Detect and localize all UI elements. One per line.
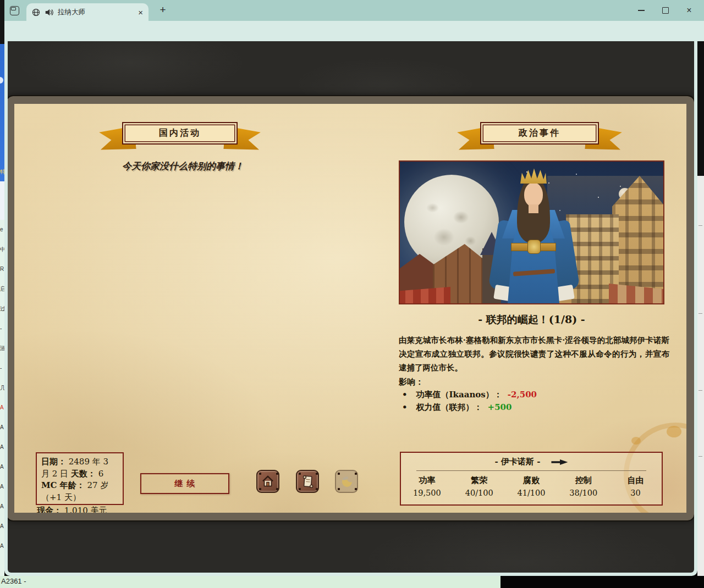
date-label: 日期： <box>41 457 66 467</box>
effect-item: 权力值（联邦）： +500 <box>399 402 512 413</box>
stats-row: 功率 19,500 繁荣 40/100 腐败 41/100 控制 <box>401 475 662 497</box>
window-maximize-button[interactable] <box>657 0 674 21</box>
age-label: MC 年龄： <box>41 480 85 490</box>
banner-title: 国内活动 <box>122 122 238 145</box>
stat-label: 繁荣 <box>453 475 505 486</box>
stat-prosperity: 繁荣 40/100 <box>453 475 505 497</box>
browser-tab[interactable]: 拉纳大师 × <box>26 3 148 21</box>
bg-char: A <box>0 418 4 437</box>
neck <box>529 204 538 213</box>
stat-value: 19,500 <box>401 489 453 497</box>
background-right-strip-toolbar <box>697 21 704 41</box>
cash-value: 1,010 美元 <box>64 506 107 513</box>
bg-char: e <box>0 220 4 240</box>
stat-value: 41/100 <box>505 489 558 497</box>
stat-value: 30 <box>609 489 662 497</box>
cash-label: 现金： <box>37 506 62 513</box>
background-window-left-strip: 特 e 中 R 启 过 - 游 - 几 A A A A A A A A <box>0 0 4 588</box>
stat-label: 功率 <box>401 475 453 486</box>
bg-char: A <box>0 497 4 517</box>
banner-title: 政治事件 <box>480 122 599 145</box>
bg-char: 游 <box>0 339 4 358</box>
parchment-frame: 国内活动 今天你家没什么特别的事情！ 日期： 2489 年 3 月 2 日 天数… <box>8 96 694 520</box>
audio-playing-icon[interactable] <box>45 8 53 16</box>
next-city-arrow-icon[interactable] <box>551 459 568 465</box>
stat-control: 控制 38/100 <box>557 475 609 497</box>
queen-face <box>524 182 543 207</box>
moon-icon <box>340 475 353 488</box>
background-window-bottom-strip: A2361 - <box>0 576 501 588</box>
bg-char: 启 <box>0 279 4 299</box>
divider <box>416 470 646 471</box>
background-file-list-strip: e 中 R 启 过 - 游 - 几 A A A A A A A A <box>0 220 4 576</box>
background-logo-fragment <box>0 77 3 84</box>
event-title: - 联邦的崛起！(1/8) - <box>399 313 664 327</box>
effect-value-positive: +500 <box>488 402 512 412</box>
bg-char: A <box>0 536 4 556</box>
tab-close-icon[interactable]: × <box>138 8 143 16</box>
tab-actions-menu-icon[interactable] <box>10 6 19 15</box>
new-tab-button[interactable]: + <box>156 4 169 16</box>
stat-corruption: 腐败 41/100 <box>505 475 558 497</box>
bg-char: - <box>0 358 4 378</box>
crown-icon <box>520 168 547 184</box>
background-right-strip-dark <box>697 41 704 176</box>
effect-value-negative: -2,500 <box>508 390 537 400</box>
background-black-segment <box>501 576 704 588</box>
tab-bar: 拉纳大师 × + × <box>4 0 697 21</box>
bg-char: R <box>0 259 4 279</box>
background-light-segment <box>0 181 4 220</box>
bg-char: 过 <box>0 299 4 319</box>
continue-button[interactable]: 继续 <box>140 473 229 494</box>
house-icon <box>261 475 274 488</box>
background-right-strip-light <box>697 176 704 576</box>
background-filename-text: A2361 - <box>1 577 26 585</box>
city-stats-box: - 伊卡诺斯 - 功率 19,500 繁荣 40/100 腐败 <box>400 452 663 506</box>
bg-char: A <box>0 437 4 457</box>
parchment-panel: 国内活动 今天你家没什么特别的事情！ 日期： 2489 年 3 月 2 日 天数… <box>14 104 686 513</box>
bg-char: - <box>0 319 4 339</box>
browser-window: 拉纳大师 × + × ← ↻ ⌂ i 文件 E:/BaiduNetdiskDow… <box>4 0 697 576</box>
window-close-button[interactable]: × <box>681 0 697 21</box>
stat-value: 40/100 <box>453 489 505 497</box>
sleep-button <box>335 470 358 493</box>
cash-line: 现金： 1,010 美元 <box>37 506 107 513</box>
event-illustration <box>399 160 664 304</box>
bg-char: 几 <box>0 378 4 398</box>
browser-toolbar: ← ↻ ⌂ i 文件 E:/BaiduNetdiskDownload/R18/A… <box>4 21 697 41</box>
date-value: 2489 <box>69 457 90 467</box>
home-button[interactable] <box>256 470 279 493</box>
globe-icon <box>32 8 40 16</box>
banner-domestic-activity: 国内活动 <box>99 120 261 156</box>
bg-char: A <box>0 477 4 497</box>
background-char: 特 <box>0 168 4 176</box>
stat-freedom: 自由 30 <box>609 475 662 497</box>
event-description: 由莱克城市长布林·塞格勒和新东京市市长黑卡·涩谷领导的北部城邦伊卡诺斯决定宣布成… <box>399 334 669 375</box>
stat-label: 控制 <box>557 475 609 486</box>
banner-political-event: 政治事件 <box>457 120 622 156</box>
effect-label: 功率值（Ikaanos）： <box>416 390 502 400</box>
stat-label: 腐败 <box>505 475 558 486</box>
stat-power: 功率 19,500 <box>401 475 453 497</box>
city-name: - 伊卡诺斯 - <box>495 457 541 467</box>
belt-medallion <box>527 240 541 254</box>
background-right-strip-top <box>697 0 704 21</box>
bg-char: 中 <box>0 240 4 259</box>
days-label: 天数： <box>71 469 96 479</box>
scroll-icon <box>301 474 315 489</box>
journal-button[interactable] <box>296 470 319 493</box>
date-info-box: 日期： 2489 年 3 月 2 日 天数： 6 MC 年龄： 27 岁（+1 … <box>36 452 124 505</box>
effects-label: 影响： <box>399 377 424 387</box>
days-value: 6 <box>98 469 104 479</box>
effect-label: 权力值（联邦）： <box>416 402 482 413</box>
window-minimize-button[interactable] <box>633 0 650 21</box>
bg-char: A <box>0 517 4 536</box>
background-dark-segment <box>0 0 4 44</box>
stat-value: 38/100 <box>557 489 609 497</box>
tab-title: 拉纳大师 <box>58 8 134 17</box>
stars <box>526 171 527 173</box>
stain-blob <box>631 437 641 445</box>
effect-item: 功率值（Ikaanos）： -2,500 <box>399 390 537 400</box>
city-name-title: - 伊卡诺斯 - <box>401 457 662 467</box>
game-page: 国内活动 今天你家没什么特别的事情！ 日期： 2489 年 3 月 2 日 天数… <box>8 41 694 573</box>
